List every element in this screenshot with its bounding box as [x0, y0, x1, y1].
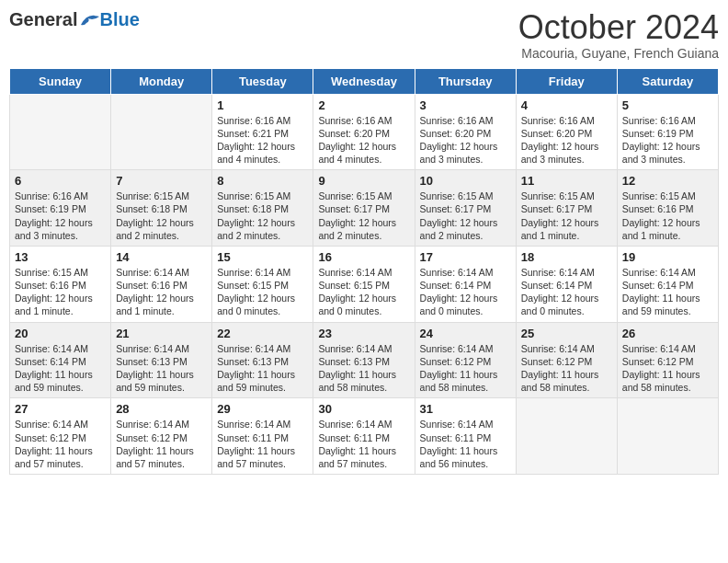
day-header-tuesday: Tuesday [212, 68, 313, 94]
calendar-cell: 7Sunrise: 6:15 AM Sunset: 6:18 PM Daylig… [111, 170, 212, 247]
calendar-cell: 2Sunrise: 6:16 AM Sunset: 6:20 PM Daylig… [313, 94, 415, 170]
cell-info: Sunrise: 6:14 AM Sunset: 6:12 PM Dayligh… [15, 418, 106, 470]
cell-info: Sunrise: 6:15 AM Sunset: 6:17 PM Dayligh… [318, 190, 409, 242]
calendar-cell: 28Sunrise: 6:14 AM Sunset: 6:12 PM Dayli… [111, 398, 212, 475]
day-number: 17 [420, 250, 511, 264]
cell-info: Sunrise: 6:16 AM Sunset: 6:21 PM Dayligh… [217, 114, 308, 167]
day-number: 1 [217, 98, 308, 112]
cell-info: Sunrise: 6:16 AM Sunset: 6:19 PM Dayligh… [15, 190, 106, 242]
title-block: October 2024 Macouria, Guyane, French Gu… [518, 9, 719, 61]
month-title: October 2024 [518, 9, 719, 46]
day-number: 21 [116, 327, 207, 340]
day-number: 7 [116, 174, 207, 188]
calendar-cell: 29Sunrise: 6:14 AM Sunset: 6:11 PM Dayli… [212, 398, 313, 475]
cell-info: Sunrise: 6:14 AM Sunset: 6:14 PM Dayligh… [521, 266, 612, 318]
calendar-cell: 16Sunrise: 6:14 AM Sunset: 6:15 PM Dayli… [313, 246, 415, 322]
calendar-cell: 20Sunrise: 6:14 AM Sunset: 6:14 PM Dayli… [10, 322, 111, 398]
calendar-cell: 24Sunrise: 6:14 AM Sunset: 6:12 PM Dayli… [415, 322, 516, 398]
day-header-saturday: Saturday [617, 68, 718, 94]
day-number: 2 [318, 98, 409, 112]
day-number: 20 [15, 327, 106, 340]
calendar-cell: 17Sunrise: 6:14 AM Sunset: 6:14 PM Dayli… [415, 246, 516, 322]
calendar-cell: 22Sunrise: 6:14 AM Sunset: 6:13 PM Dayli… [212, 322, 313, 398]
day-number: 26 [622, 327, 713, 340]
logo-bird-icon [79, 12, 99, 29]
cell-info: Sunrise: 6:14 AM Sunset: 6:12 PM Dayligh… [420, 342, 511, 395]
calendar-cell: 26Sunrise: 6:14 AM Sunset: 6:12 PM Dayli… [617, 322, 718, 398]
cell-info: Sunrise: 6:14 AM Sunset: 6:14 PM Dayligh… [15, 342, 106, 395]
cell-info: Sunrise: 6:15 AM Sunset: 6:17 PM Dayligh… [521, 190, 612, 242]
calendar-header-row: SundayMondayTuesdayWednesdayThursdayFrid… [10, 68, 719, 94]
day-number: 11 [521, 174, 612, 188]
day-number: 24 [420, 327, 511, 340]
day-number: 4 [521, 98, 612, 112]
cell-info: Sunrise: 6:14 AM Sunset: 6:13 PM Dayligh… [318, 342, 409, 395]
calendar-week-row: 6Sunrise: 6:16 AM Sunset: 6:19 PM Daylig… [10, 170, 719, 247]
calendar-cell: 13Sunrise: 6:15 AM Sunset: 6:16 PM Dayli… [10, 246, 111, 322]
calendar-cell: 6Sunrise: 6:16 AM Sunset: 6:19 PM Daylig… [10, 170, 111, 247]
cell-info: Sunrise: 6:16 AM Sunset: 6:19 PM Dayligh… [622, 114, 713, 167]
day-number: 12 [622, 174, 713, 188]
calendar-cell [111, 94, 212, 170]
cell-info: Sunrise: 6:14 AM Sunset: 6:13 PM Dayligh… [116, 342, 207, 395]
day-number: 6 [15, 174, 106, 188]
day-number: 15 [217, 250, 308, 264]
cell-info: Sunrise: 6:16 AM Sunset: 6:20 PM Dayligh… [420, 114, 511, 167]
page-header: General Blue October 2024 Macouria, Guya… [9, 9, 719, 61]
logo: General Blue [9, 9, 140, 30]
cell-info: Sunrise: 6:14 AM Sunset: 6:11 PM Dayligh… [420, 418, 511, 470]
day-number: 31 [420, 402, 511, 416]
calendar-cell: 27Sunrise: 6:14 AM Sunset: 6:12 PM Dayli… [10, 398, 111, 475]
cell-info: Sunrise: 6:15 AM Sunset: 6:16 PM Dayligh… [15, 266, 106, 318]
cell-info: Sunrise: 6:15 AM Sunset: 6:18 PM Dayligh… [217, 190, 308, 242]
calendar-cell: 14Sunrise: 6:14 AM Sunset: 6:16 PM Dayli… [111, 246, 212, 322]
cell-info: Sunrise: 6:15 AM Sunset: 6:17 PM Dayligh… [420, 190, 511, 242]
calendar-cell: 19Sunrise: 6:14 AM Sunset: 6:14 PM Dayli… [617, 246, 718, 322]
day-number: 3 [420, 98, 511, 112]
calendar-cell: 15Sunrise: 6:14 AM Sunset: 6:15 PM Dayli… [212, 246, 313, 322]
day-number: 14 [116, 250, 207, 264]
day-number: 30 [318, 402, 409, 416]
cell-info: Sunrise: 6:14 AM Sunset: 6:13 PM Dayligh… [217, 342, 308, 395]
calendar-cell: 3Sunrise: 6:16 AM Sunset: 6:20 PM Daylig… [415, 94, 516, 170]
day-header-friday: Friday [516, 68, 617, 94]
calendar-cell [10, 94, 111, 170]
calendar-cell: 5Sunrise: 6:16 AM Sunset: 6:19 PM Daylig… [617, 94, 718, 170]
calendar-cell: 11Sunrise: 6:15 AM Sunset: 6:17 PM Dayli… [516, 170, 617, 247]
cell-info: Sunrise: 6:16 AM Sunset: 6:20 PM Dayligh… [318, 114, 409, 167]
day-number: 29 [217, 402, 308, 416]
day-number: 13 [15, 250, 106, 264]
calendar-cell: 31Sunrise: 6:14 AM Sunset: 6:11 PM Dayli… [415, 398, 516, 475]
day-number: 23 [318, 327, 409, 340]
logo-blue-text: Blue [99, 9, 139, 30]
calendar-cell: 30Sunrise: 6:14 AM Sunset: 6:11 PM Dayli… [313, 398, 415, 475]
calendar-cell [617, 398, 718, 475]
cell-info: Sunrise: 6:14 AM Sunset: 6:16 PM Dayligh… [116, 266, 207, 318]
cell-info: Sunrise: 6:14 AM Sunset: 6:12 PM Dayligh… [521, 342, 612, 395]
cell-info: Sunrise: 6:14 AM Sunset: 6:14 PM Dayligh… [622, 266, 713, 318]
cell-info: Sunrise: 6:14 AM Sunset: 6:14 PM Dayligh… [420, 266, 511, 318]
calendar-cell: 18Sunrise: 6:14 AM Sunset: 6:14 PM Dayli… [516, 246, 617, 322]
day-number: 5 [622, 98, 713, 112]
cell-info: Sunrise: 6:15 AM Sunset: 6:18 PM Dayligh… [116, 190, 207, 242]
day-header-monday: Monday [111, 68, 212, 94]
day-number: 28 [116, 402, 207, 416]
day-header-sunday: Sunday [10, 68, 111, 94]
day-number: 9 [318, 174, 409, 188]
calendar-cell: 10Sunrise: 6:15 AM Sunset: 6:17 PM Dayli… [415, 170, 516, 247]
day-header-wednesday: Wednesday [313, 68, 415, 94]
calendar-week-row: 13Sunrise: 6:15 AM Sunset: 6:16 PM Dayli… [10, 246, 719, 322]
calendar-table: SundayMondayTuesdayWednesdayThursdayFrid… [9, 68, 719, 475]
cell-info: Sunrise: 6:14 AM Sunset: 6:11 PM Dayligh… [318, 418, 409, 470]
day-number: 16 [318, 250, 409, 264]
day-number: 18 [521, 250, 612, 264]
cell-info: Sunrise: 6:14 AM Sunset: 6:12 PM Dayligh… [622, 342, 713, 395]
cell-info: Sunrise: 6:15 AM Sunset: 6:16 PM Dayligh… [622, 190, 713, 242]
cell-info: Sunrise: 6:14 AM Sunset: 6:15 PM Dayligh… [217, 266, 308, 318]
calendar-cell: 25Sunrise: 6:14 AM Sunset: 6:12 PM Dayli… [516, 322, 617, 398]
calendar-week-row: 27Sunrise: 6:14 AM Sunset: 6:12 PM Dayli… [10, 398, 719, 475]
logo-general-text: General [9, 9, 77, 30]
calendar-cell: 8Sunrise: 6:15 AM Sunset: 6:18 PM Daylig… [212, 170, 313, 247]
calendar-week-row: 20Sunrise: 6:14 AM Sunset: 6:14 PM Dayli… [10, 322, 719, 398]
day-number: 8 [217, 174, 308, 188]
